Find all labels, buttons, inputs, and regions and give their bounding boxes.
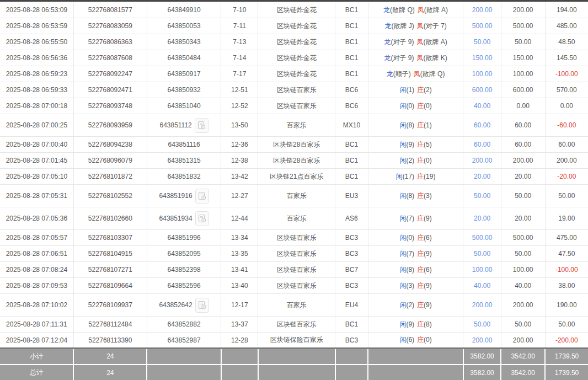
result-blue-label: 闲 (399, 102, 406, 110)
round-id-wrap: 643852987 (168, 336, 201, 344)
result-blue-label: 闲 (399, 266, 406, 274)
bet-amount-link[interactable]: 50.00 (474, 192, 490, 200)
cell-bet-id: 522768109937 (73, 294, 147, 317)
result-red-label: 凤 (417, 22, 424, 30)
footer-empty-cell (258, 365, 335, 380)
footer-valid-total: 3542.00 (501, 349, 545, 365)
cell-valid-amount: 0.00 (501, 98, 545, 114)
cell-round-id: 643851112 (147, 114, 221, 137)
cell-game-code: BC6 (335, 98, 368, 114)
video-replay-icon[interactable] (195, 211, 209, 226)
cell-bet-id: 522768092471 (73, 82, 147, 98)
cell-bet-id: 522768102552 (73, 185, 147, 207)
round-id-text: 643851315 (168, 157, 201, 164)
round-id-text: 643852095 (168, 250, 201, 258)
round-id-wrap: 643851916 (159, 189, 209, 204)
bet-amount-link[interactable]: 500.00 (472, 234, 493, 242)
cell-bet-time: 2025-08-28 07:05:36 (0, 207, 73, 230)
bet-amount-link[interactable]: 50.00 (474, 320, 490, 328)
result-blue-detail: (17) (403, 173, 414, 180)
bet-amount-link[interactable]: 200.00 (472, 157, 493, 164)
footer-empty-cell (221, 349, 258, 365)
cell-bet-amount: 150.00 (463, 50, 501, 66)
footer-count: 24 (73, 365, 147, 380)
cell-valid-amount: 50.00 (501, 246, 545, 262)
cell-win-loss: 475.00 (545, 230, 588, 246)
cell-bet-id: 522768096079 (73, 153, 147, 169)
table-row: 2025-08-28 07:08:24522768107271643852398… (0, 262, 588, 278)
cell-valid-amount: 60.00 (501, 114, 545, 137)
bet-records-screen: 2025-08-28 06:53:09522768081577643849910… (0, 0, 588, 380)
bet-amount-link[interactable]: 200.00 (472, 301, 493, 309)
bet-amount-link[interactable]: 50.00 (474, 38, 490, 46)
cell-game-code: BC6 (335, 82, 368, 98)
footer-empty-cell (335, 365, 368, 380)
cell-valid-amount: 40.00 (501, 278, 545, 294)
cell-bet-amount: 100.00 (463, 262, 501, 278)
round-id-text: 643852882 (168, 320, 201, 328)
bet-amount-link[interactable]: 20.00 (474, 173, 490, 180)
cell-win-loss: 60.00 (545, 137, 588, 153)
bet-amount-link[interactable]: 200.00 (472, 6, 493, 14)
cell-game-name: 区块链百家乐 (258, 82, 335, 98)
bet-amount-link[interactable]: 60.00 (474, 121, 490, 129)
bet-amount-link[interactable]: 60.00 (474, 141, 490, 148)
bet-amount-link[interactable]: 40.00 (474, 282, 490, 290)
video-replay-icon[interactable] (195, 298, 209, 313)
bet-amount-link[interactable]: 200.00 (472, 336, 493, 344)
cell-bet-amount: 40.00 (463, 278, 501, 294)
bet-amount-link[interactable]: 50.00 (474, 250, 490, 258)
cell-table-number: 13-50 (221, 114, 258, 137)
cell-game-name: 区块链百家乐 (258, 278, 335, 294)
bet-amount-link[interactable]: 40.00 (474, 102, 490, 110)
footer-empty-cell (368, 349, 463, 365)
cell-game-code: BC1 (335, 317, 368, 333)
table-row: 2025-08-28 07:05:31522768102552643851916… (0, 185, 588, 207)
result-red-detail: (9) (424, 301, 432, 309)
bet-amount-link[interactable]: 150.00 (472, 54, 493, 62)
cell-game-result: 闲(9)庄(5) (368, 137, 463, 153)
bet-amount-link[interactable]: 100.00 (472, 266, 493, 274)
bet-amount-link[interactable]: 500.00 (472, 22, 493, 30)
cell-win-loss: -100.00 (545, 66, 588, 82)
bet-amount-link[interactable]: 20.00 (474, 215, 490, 222)
bet-amount-link[interactable]: 100.00 (472, 70, 493, 78)
bet-amount-link[interactable]: 600.00 (472, 86, 493, 94)
cell-bet-amount: 200.00 (463, 333, 501, 349)
table-row: 2025-08-28 06:59:33522768092471643850932… (0, 82, 588, 98)
cell-game-name: 区块链28百家乐 (258, 137, 335, 153)
cell-bet-id: 522768094238 (73, 137, 147, 153)
table-row: 2025-08-28 06:53:59522768083059643850053… (0, 18, 588, 34)
result-red-label: 庄 (417, 250, 424, 258)
cell-valid-amount: 200.00 (501, 294, 545, 317)
cell-win-loss: 50.00 (545, 185, 588, 207)
video-replay-icon[interactable] (195, 118, 209, 133)
result-red-label: 凤 (416, 54, 423, 62)
result-blue-label: 闲 (399, 215, 406, 222)
result-red-detail: (0) (424, 336, 432, 344)
result-blue-label: 闲 (399, 336, 406, 344)
footer-winloss-total: 1739.50 (545, 365, 588, 380)
round-id-text: 643852987 (168, 336, 201, 344)
cell-bet-time: 2025-08-28 07:11:31 (0, 317, 73, 333)
cell-bet-time: 2025-08-28 07:06:51 (0, 246, 73, 262)
result-blue-label: 闲 (399, 121, 406, 129)
cell-bet-amount: 500.00 (463, 230, 501, 246)
round-id-text: 643851116 (168, 141, 200, 148)
result-red-label: 庄 (417, 301, 424, 309)
cell-valid-amount: 200.00 (501, 333, 545, 349)
video-replay-icon[interactable] (195, 189, 209, 204)
result-blue-detail: (顺子) (393, 70, 411, 78)
table-footer: 小计243582.003542.001739.50总计243582.003542… (0, 349, 588, 380)
cell-bet-id: 522768104915 (73, 246, 147, 262)
cell-bet-id: 522768102660 (73, 207, 147, 230)
round-id-wrap: 643850917 (168, 70, 201, 78)
cell-game-name: 区块链炸金花 (258, 34, 335, 50)
cell-bet-time: 2025-08-28 07:00:18 (0, 98, 73, 114)
cell-game-name: 区块链炸金花 (258, 18, 335, 34)
table-body: 2025-08-28 06:53:09522768081577643849910… (0, 2, 588, 349)
cell-bet-time: 2025-08-28 07:05:10 (0, 169, 73, 185)
table-row: 2025-08-28 07:06:51522768104915643852095… (0, 246, 588, 262)
round-id-wrap: 643851040 (168, 102, 201, 110)
cell-bet-amount: 200.00 (463, 153, 501, 169)
